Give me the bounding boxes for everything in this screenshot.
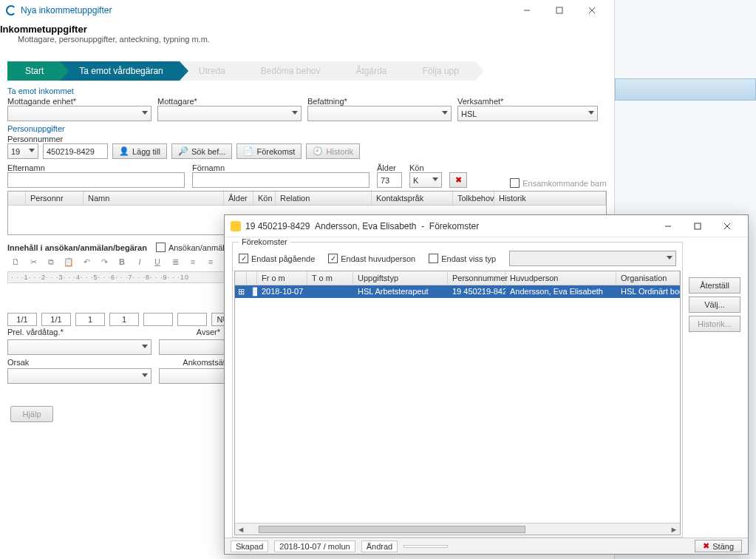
aterstall-button[interactable]: Återställ — [689, 277, 740, 294]
step-start[interactable]: Start — [7, 61, 60, 81]
select-orsak[interactable] — [7, 368, 151, 384]
select-kon[interactable]: K — [409, 172, 442, 188]
tb-new[interactable]: 🗋 — [7, 254, 24, 270]
gh-tom[interactable]: T o m — [307, 271, 353, 285]
close-button[interactable] — [576, 0, 608, 21]
step-folja[interactable]: Följa upp — [403, 61, 475, 81]
th-kon[interactable]: Kön — [253, 192, 276, 205]
input-fornamn[interactable] — [192, 172, 370, 188]
century-value: 19 — [11, 147, 20, 156]
scroll-thumb[interactable] — [259, 526, 525, 533]
th-alder[interactable]: Ålder — [224, 192, 253, 205]
gh-org[interactable]: Organisation — [616, 271, 680, 285]
lagg-till-button[interactable]: 👤Lägg till — [112, 143, 167, 159]
modal-historik-button[interactable]: Historik... — [689, 316, 740, 332]
sok-bef-button[interactable]: 🔎Sök bef... — [171, 143, 232, 159]
valj-button[interactable]: Välj... — [689, 297, 740, 313]
background-ribbon — [615, 78, 756, 101]
gh-upp[interactable]: Uppgiftstyp — [353, 271, 448, 285]
row-type-icon: 📄 — [247, 285, 257, 298]
help-button[interactable]: Hjälp — [10, 406, 53, 422]
row-from: 2018-10-07 — [257, 285, 307, 298]
grid-h-scrollbar[interactable]: ◄ ► — [235, 523, 680, 535]
select-century[interactable]: 19 — [7, 143, 38, 159]
ansokan-checkbox[interactable]: Ansökan/anmälan — [156, 243, 234, 252]
th-historik[interactable]: Historik — [494, 192, 606, 205]
pnr-value: 450219-8429 — [47, 147, 95, 156]
tb-underline[interactable]: U — [149, 254, 166, 270]
gh-hp[interactable]: Huvudperson — [505, 271, 616, 285]
th-relation[interactable]: Relation — [276, 192, 372, 205]
select-mottagare[interactable] — [157, 106, 302, 121]
select-avser[interactable] — [159, 339, 225, 355]
historik-button[interactable]: 🕘Historik — [306, 143, 360, 159]
tb-copy[interactable]: ⧉ — [43, 254, 59, 270]
select-ankomst[interactable] — [159, 368, 225, 384]
step-ta-emot[interactable]: Ta emot vårdbegäran — [60, 61, 179, 81]
grid-row-selected[interactable]: ⊞ 📄 2018-10-07 HSL Arbetsterapeut 19 450… — [235, 285, 680, 298]
label-befattning: Befattning* — [307, 97, 452, 106]
checkbox-icon — [510, 178, 520, 188]
modal-close-button[interactable] — [712, 217, 742, 235]
scroll-left-icon[interactable]: ◄ — [235, 524, 247, 535]
modal-title-kind: Förekomster — [429, 221, 479, 231]
modal-maximize-button[interactable] — [683, 217, 712, 235]
tb-italic[interactable]: I — [132, 254, 148, 270]
modal-title-name: Andersson, Eva Elisabeth — [315, 221, 416, 231]
status-skapad-label: Skapad — [231, 541, 268, 552]
status-line: 1 — [75, 313, 105, 326]
minimize-button[interactable] — [511, 0, 543, 21]
row-org: HSL Ordinärt boende — [616, 285, 680, 298]
kon-value: K — [413, 176, 418, 185]
person-table-header: Personnr Namn Ålder Kön Relation Kontakt… — [8, 192, 606, 206]
clear-x-icon: ✖ — [455, 175, 462, 185]
filter-type-combo[interactable] — [509, 251, 676, 266]
filter-huvud[interactable]: ✓Endast huvudperson — [328, 254, 415, 263]
search-icon: 🔎 — [178, 146, 188, 156]
checkbox-icon — [156, 243, 166, 252]
forekomst-button[interactable]: 📄Förekomst — [236, 143, 302, 159]
step-bedoma[interactable]: Bedöma behov — [242, 61, 337, 81]
filter-pagaende[interactable]: ✓Endast pågående — [239, 254, 315, 263]
filter-visstyp[interactable]: Endast viss typ — [429, 254, 496, 263]
ensamkommande-checkbox[interactable]: Ensamkommande barn — [510, 178, 607, 188]
th-personnr[interactable]: Personnr — [26, 192, 84, 205]
modal-minimize-button[interactable] — [653, 217, 683, 235]
svg-rect-1 — [556, 7, 562, 13]
modal-legend: Förekomster — [239, 237, 290, 246]
maximize-button[interactable] — [543, 0, 576, 21]
tb-paste[interactable]: 📋 — [61, 254, 77, 270]
input-pnr[interactable]: 450219-8429 — [43, 143, 108, 159]
content-title: Innehåll i ansökan/anmälan/begäran — [7, 243, 147, 252]
select-prel[interactable] — [7, 339, 151, 355]
th-kontakt[interactable]: Kontaktspråk — [372, 192, 453, 205]
th-namn[interactable]: Namn — [84, 192, 224, 205]
modal-title-pnr: 19 450219-8429 — [245, 221, 310, 231]
tb-undo[interactable]: ↶ — [78, 254, 95, 270]
checkbox-checked-icon: ✓ — [239, 254, 248, 263]
refresh-icon — [6, 5, 16, 16]
gh-from[interactable]: Fr o m — [257, 271, 307, 285]
select-verksamhet[interactable]: HSL — [457, 106, 598, 121]
scroll-right-icon[interactable]: ► — [668, 524, 680, 535]
tb-bold[interactable]: B — [114, 254, 130, 270]
stang-button[interactable]: ✖ Stäng — [695, 540, 742, 552]
input-efternamn[interactable] — [7, 172, 185, 188]
tb-redo[interactable]: ↷ — [96, 254, 112, 270]
step-utreda[interactable]: Utreda — [180, 61, 242, 81]
alder-value: 73 — [381, 176, 389, 185]
th-tolk[interactable]: Tolkbehov — [453, 192, 494, 205]
tb-cut[interactable]: ✂ — [25, 254, 41, 270]
step-atgarda[interactable]: Åtgärda — [337, 61, 403, 81]
row-expand-icon[interactable]: ⊞ — [235, 285, 247, 298]
gh-pnr[interactable]: Personnummer — [448, 271, 505, 285]
tb-align-center[interactable]: ≡ — [202, 254, 219, 270]
tb-align-left[interactable]: ≡ — [185, 254, 201, 270]
select-befattning[interactable] — [307, 106, 452, 121]
select-mottagande[interactable] — [7, 106, 151, 121]
tb-list[interactable]: ≣ — [167, 254, 183, 270]
input-alder[interactable]: 73 — [377, 172, 402, 188]
clear-button[interactable]: ✖ — [449, 172, 467, 188]
gh-icon — [247, 271, 257, 285]
page-subtitle: Mottagare, personuppgifter, anteckning, … — [18, 35, 608, 44]
